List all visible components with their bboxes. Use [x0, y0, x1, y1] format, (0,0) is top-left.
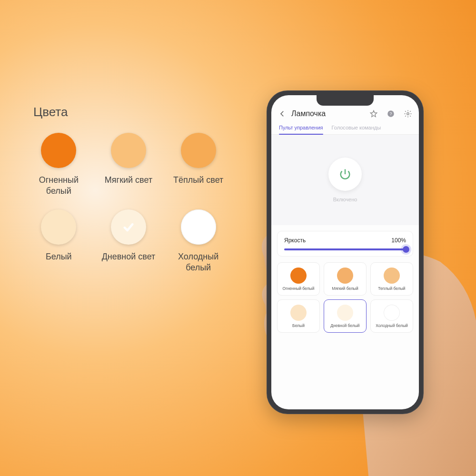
palette-swatch: [181, 133, 216, 168]
color-swatch: [337, 268, 353, 284]
color-option-2[interactable]: Теплый белый: [370, 262, 413, 296]
palette-label: Огненный белый: [29, 175, 89, 196]
color-label: Мягкий белый: [332, 287, 358, 291]
color-option-5[interactable]: Холодный белый: [370, 299, 413, 333]
palette-title: Цвета: [33, 105, 228, 119]
tabs-bar: Пульт управленияГолосовые команды: [271, 122, 419, 135]
color-option-1[interactable]: Мягкий белый: [324, 262, 367, 296]
phone-notch: [317, 95, 374, 106]
color-option-3[interactable]: Белый: [277, 299, 320, 333]
color-swatch: [290, 305, 307, 321]
palette-item-0[interactable]: Огненный белый: [29, 133, 89, 196]
palette-label: Мягкий свет: [99, 175, 159, 186]
palette-item-1[interactable]: Мягкий свет: [99, 133, 159, 196]
color-label: Огненный белый: [283, 287, 315, 291]
slider-thumb[interactable]: [403, 246, 409, 253]
tab-0[interactable]: Пульт управления: [279, 125, 323, 134]
palette-item-2[interactable]: Тёплый свет: [168, 133, 228, 196]
tab-1[interactable]: Голосовые команды: [332, 125, 381, 134]
svg-marker-0: [370, 110, 377, 117]
palette-swatch: [111, 133, 146, 168]
svg-text:?: ?: [389, 111, 392, 116]
brightness-label: Яркость: [284, 237, 306, 244]
brightness-card: Яркость 100%: [277, 231, 413, 257]
color-swatch: [290, 268, 307, 284]
palette-item-3[interactable]: Белый: [29, 209, 89, 273]
star-icon[interactable]: [369, 109, 378, 118]
color-grid: Огненный белыйМягкий белыйТеплый белыйБе…: [277, 262, 413, 333]
palette-swatch: [41, 209, 76, 245]
app-screen: Лампочка ? Пульт управленияГолосовые ком…: [271, 95, 419, 409]
palette-swatch: [41, 133, 76, 168]
gear-icon[interactable]: [404, 109, 412, 118]
color-option-0[interactable]: Огненный белый: [277, 262, 320, 296]
palette-item-4[interactable]: Дневной свет: [99, 209, 159, 273]
color-label: Холодный белый: [376, 324, 408, 328]
color-swatch: [384, 305, 400, 321]
color-label: Теплый белый: [378, 287, 405, 291]
brightness-value: 100%: [391, 237, 406, 244]
color-label: Белый: [292, 324, 305, 328]
power-section: Включено: [271, 135, 419, 225]
palette-swatch: [181, 209, 216, 245]
phone-mockup: Лампочка ? Пульт управленияГолосовые ком…: [267, 90, 428, 424]
brightness-slider[interactable]: [284, 248, 406, 250]
svg-point-3: [407, 113, 409, 115]
help-icon[interactable]: ?: [387, 109, 395, 118]
back-icon[interactable]: [278, 109, 287, 118]
color-option-4[interactable]: Дневной белый: [324, 299, 367, 333]
color-swatch: [337, 305, 353, 321]
color-swatch: [384, 268, 400, 284]
app-title: Лампочка: [291, 109, 361, 118]
color-label: Дневной белый: [330, 324, 359, 328]
palette-label: Холодный белый: [168, 251, 228, 273]
phone-frame: Лампочка ? Пульт управленияГолосовые ком…: [267, 90, 424, 414]
power-status-label: Включено: [333, 197, 357, 202]
palette-label: Тёплый свет: [168, 175, 228, 186]
palette-item-5[interactable]: Холодный белый: [168, 209, 228, 273]
palette-label: Белый: [29, 251, 89, 262]
palette-grid: Огненный белыйМягкий светТёплый светБелы…: [29, 133, 228, 273]
palette-swatch: [111, 209, 146, 245]
power-button[interactable]: [328, 158, 362, 191]
palette-panel: Цвета Огненный белыйМягкий светТёплый св…: [29, 105, 228, 273]
palette-label: Дневной свет: [99, 251, 159, 262]
